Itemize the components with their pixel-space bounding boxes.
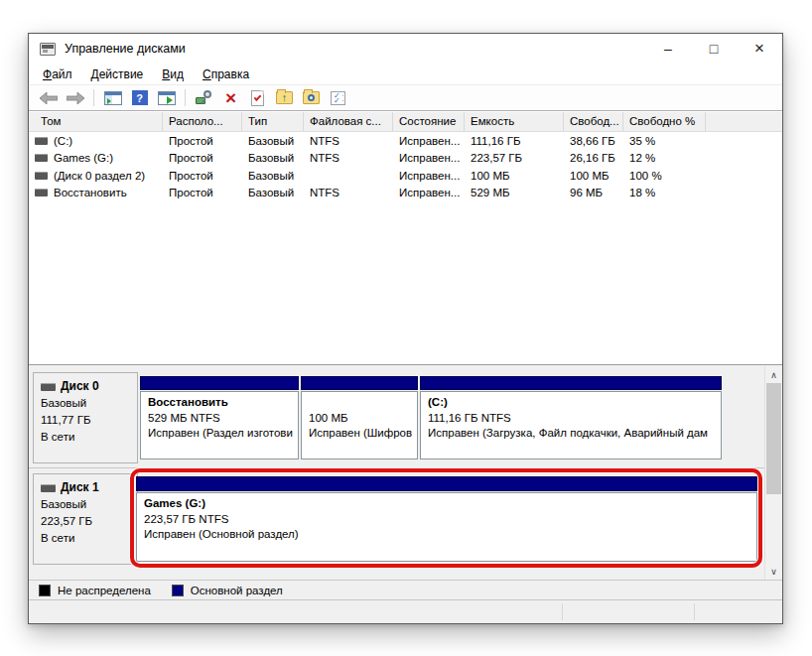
scroll-up-icon[interactable]: ∧: [765, 366, 782, 383]
volume-status: Исправен...: [393, 170, 465, 182]
table-row[interactable]: Восстановить Простой Базовый NTFS Исправ…: [29, 185, 782, 202]
window-title: Управление дисками: [65, 42, 186, 56]
delete-button[interactable]: ×: [218, 87, 243, 109]
volume-free: 26,16 ГБ: [564, 152, 623, 164]
volumes-list-header: Том Располо... Тип Файловая с... Состоян…: [29, 112, 782, 132]
folder-up-icon: ↑: [276, 91, 293, 104]
column-header-volume[interactable]: Том: [29, 112, 163, 131]
table-row[interactable]: (C:) Простой Базовый NTFS Исправен... 11…: [29, 132, 782, 150]
window-controls: – □ ×: [645, 34, 782, 64]
column-header-layout[interactable]: Располо...: [163, 112, 242, 131]
partition-type-bar: [420, 376, 722, 390]
folder-search-button[interactable]: [299, 87, 324, 109]
vertical-scrollbar[interactable]: ∧ ∨: [764, 366, 782, 580]
volume-layout: Простой: [163, 152, 242, 164]
back-icon: [40, 92, 58, 104]
delete-icon: ×: [225, 88, 236, 107]
partition-type-bar: [301, 376, 418, 390]
partition-size: 529 МБ NTFS: [148, 411, 294, 427]
legend-primary-partition: Основной раздел: [172, 585, 283, 596]
column-header-type[interactable]: Тип: [242, 112, 304, 131]
volumes-list: Том Располо... Тип Файловая с... Состоян…: [29, 112, 782, 366]
legend-label: Основной раздел: [191, 585, 283, 596]
table-row[interactable]: Games (G:) Простой Базовый NTFS Исправен…: [29, 150, 782, 168]
help-button[interactable]: ?: [127, 87, 152, 109]
disk-size: 223,57 ГБ: [41, 513, 137, 530]
volume-free: 38,66 ГБ: [564, 135, 623, 147]
volume-fs: NTFS: [304, 135, 393, 147]
column-header-capacity[interactable]: Емкость: [465, 112, 564, 131]
show-console-tree-button[interactable]: [100, 87, 125, 109]
disk-icon: [41, 383, 56, 391]
volume-type: Базовый: [242, 187, 304, 198]
status-bar: [29, 599, 782, 623]
back-button[interactable]: [36, 87, 61, 109]
check-document-button[interactable]: [245, 87, 270, 109]
disk-type: Базовый: [41, 496, 137, 513]
toolbar: ? × ↑ ✓ ✓: [29, 85, 782, 111]
volume-free-pct: 12 %: [623, 152, 706, 164]
volume-name: (Диск 0 раздел 2): [54, 170, 145, 182]
scroll-down-icon[interactable]: ∨: [765, 563, 782, 580]
column-header-filler: [706, 112, 782, 131]
volume-type: Базовый: [242, 135, 304, 147]
menu-action[interactable]: Действие: [89, 66, 146, 82]
volume-icon: [35, 189, 48, 197]
disk-management-window: Управление дисками – □ × Файл Действие В…: [28, 33, 783, 624]
close-button[interactable]: ×: [737, 34, 782, 64]
show-action-pane-button[interactable]: [154, 87, 179, 109]
maximize-button[interactable]: □: [691, 34, 737, 64]
menu-file[interactable]: Файл: [41, 66, 74, 82]
volume-fs: NTFS: [304, 152, 393, 164]
volume-name: (C:): [54, 135, 72, 147]
minimize-button[interactable]: –: [645, 34, 691, 64]
disk-status: В сети: [41, 429, 137, 446]
show-console-tree-icon: [104, 91, 122, 105]
disk1-label[interactable]: Диск 1 Базовый 223,57 ГБ В сети: [33, 473, 138, 565]
check-document-icon: [251, 90, 264, 106]
status-bar-separator: [562, 603, 563, 620]
disk0-label[interactable]: Диск 0 Базовый 111,77 ГБ В сети: [33, 372, 138, 463]
column-header-status[interactable]: Состояние: [393, 112, 465, 131]
scrollbar-thumb[interactable]: [766, 383, 781, 494]
volume-free: 96 МБ: [564, 187, 623, 198]
volume-type: Базовый: [242, 170, 304, 182]
rescan-disks-button[interactable]: [192, 87, 216, 109]
legend-bar: Не распределена Основной раздел: [29, 580, 782, 600]
menu-help[interactable]: Справка: [201, 66, 251, 82]
partition-size: 100 МБ: [309, 411, 413, 427]
red-annotation-highlight: [130, 468, 762, 568]
volume-capacity: 223,57 ГБ: [465, 152, 564, 164]
volume-layout: Простой: [163, 135, 242, 147]
volume-status: Исправен...: [393, 135, 465, 147]
partition-size: 111,16 ГБ NTFS: [428, 411, 717, 427]
disk-type: Базовый: [41, 395, 137, 412]
volume-icon: [35, 137, 48, 145]
forward-button[interactable]: [63, 87, 87, 109]
partition-status: Исправен (Раздел изготови: [148, 426, 294, 442]
partition-type-bar: [140, 376, 299, 390]
partition-name: [309, 395, 413, 411]
disk-status: В сети: [41, 530, 137, 547]
volume-type: Базовый: [242, 152, 304, 164]
legend-unallocated: Не распределена: [39, 585, 151, 596]
menu-view[interactable]: Вид: [160, 66, 186, 82]
volume-capacity: 100 МБ: [465, 170, 564, 182]
partition-name: Восстановить: [148, 395, 294, 411]
checklist-button[interactable]: ✓ ✓: [326, 87, 350, 109]
volume-status: Исправен...: [393, 152, 465, 164]
volume-fs: NTFS: [304, 187, 393, 198]
column-header-fs[interactable]: Файловая с...: [304, 112, 393, 131]
folder-up-button[interactable]: ↑: [272, 87, 297, 109]
legend-label: Не распределена: [58, 585, 151, 596]
console-content: Том Располо... Тип Файловая с... Состоян…: [29, 112, 782, 599]
volume-capacity: 111,16 ГБ: [465, 135, 564, 147]
column-header-free[interactable]: Свобод...: [564, 112, 623, 131]
disk-name: Диск 0: [61, 378, 99, 395]
volume-name: Games (G:): [54, 152, 113, 164]
toolbar-separator: [93, 89, 94, 106]
table-row[interactable]: (Диск 0 раздел 2) Простой Базовый Исправ…: [29, 167, 782, 185]
column-header-free-pct[interactable]: Свободно %: [623, 112, 706, 131]
volume-layout: Простой: [163, 170, 242, 182]
graphical-disk-view: Диск 0 Базовый 111,77 ГБ В сети Восстано…: [29, 366, 782, 580]
